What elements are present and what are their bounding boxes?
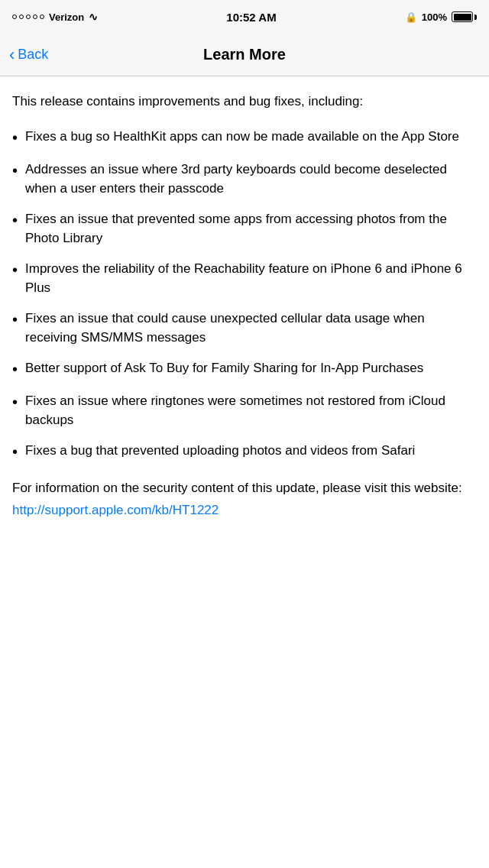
list-item-text: Fixes a bug so HealthKit apps can now be…: [25, 127, 459, 147]
list-item: Better support of Ask To Buy for Family …: [12, 358, 477, 381]
carrier-label: Verizon: [49, 11, 84, 23]
nav-title: Learn More: [203, 46, 286, 63]
intro-text: This release contains improvements and b…: [12, 92, 477, 112]
list-item: Fixes an issue where ringtones were some…: [12, 391, 477, 430]
status-left: Verizon ∿: [12, 11, 98, 23]
bullet-list: Fixes a bug so HealthKit apps can now be…: [12, 127, 477, 463]
dot-3: [26, 15, 31, 19]
support-link[interactable]: http://support.apple.com/kb/HT1222: [12, 500, 477, 520]
list-item-text: Improves the reliability of the Reachabi…: [25, 259, 477, 298]
back-chevron-icon: ‹: [9, 47, 15, 63]
lock-icon: 🔒: [405, 11, 417, 23]
main-content: This release contains improvements and b…: [0, 76, 489, 551]
footer-text: For information on the security content …: [12, 481, 462, 495]
nav-bar: ‹ Back Learn More: [0, 34, 489, 76]
list-item-text: Fixes an issue that could cause unexpect…: [25, 309, 477, 348]
status-right: 🔒 100%: [405, 11, 477, 23]
list-item: Fixes an issue that prevented some apps …: [12, 209, 477, 248]
list-item: Improves the reliability of the Reachabi…: [12, 259, 477, 298]
battery-body: [452, 11, 473, 22]
list-item-text: Fixes an issue where ringtones were some…: [25, 391, 477, 430]
list-item: Fixes a bug so HealthKit apps can now be…: [12, 127, 477, 149]
battery-fill: [454, 14, 471, 21]
battery-indicator: [452, 11, 477, 22]
status-time: 10:52 AM: [226, 11, 276, 24]
dot-2: [19, 15, 24, 19]
battery-tip: [474, 15, 477, 20]
dot-1: [12, 15, 17, 19]
back-label: Back: [18, 47, 48, 63]
list-item-text: Addresses an issue where 3rd party keybo…: [25, 160, 477, 199]
wifi-icon: ∿: [89, 11, 98, 23]
list-item: Addresses an issue where 3rd party keybo…: [12, 160, 477, 199]
list-item: Fixes a bug that prevented uploading pho…: [12, 441, 477, 463]
list-item-text: Better support of Ask To Buy for Family …: [25, 358, 423, 378]
battery-percent: 100%: [422, 11, 447, 23]
support-link-text: http://support.apple.com/kb/HT1222: [12, 503, 219, 517]
dot-4: [33, 15, 37, 19]
back-button[interactable]: ‹ Back: [9, 47, 48, 63]
dot-5: [40, 15, 44, 19]
list-item-text: Fixes an issue that prevented some apps …: [25, 209, 477, 248]
status-bar: Verizon ∿ 10:52 AM 🔒 100%: [0, 0, 489, 34]
list-item-text: Fixes a bug that prevented uploading pho…: [25, 441, 415, 461]
footer-section: For information on the security content …: [12, 478, 477, 520]
signal-dots: [12, 15, 44, 19]
list-item: Fixes an issue that could cause unexpect…: [12, 309, 477, 348]
